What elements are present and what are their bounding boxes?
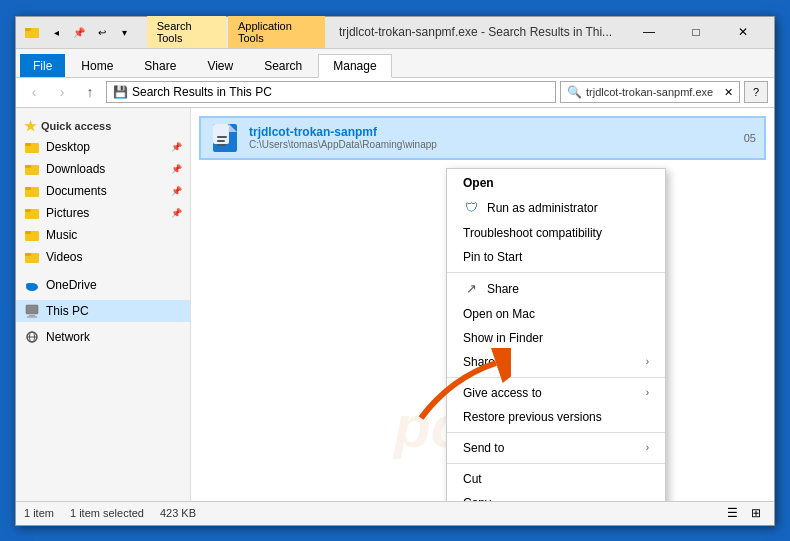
ctx-pin-to-start[interactable]: Pin to Start bbox=[447, 245, 665, 269]
ctx-give-access-arrow: › bbox=[646, 387, 649, 398]
pin-icon-pictures: 📌 bbox=[171, 208, 182, 218]
back-button[interactable]: ‹ bbox=[22, 80, 46, 104]
svg-rect-26 bbox=[217, 140, 225, 142]
status-bar: 1 item 1 item selected 423 KB ☰ ⊞ bbox=[16, 501, 774, 525]
ctx-run-as-admin[interactable]: 🛡 Run as administrator bbox=[447, 195, 665, 221]
tab-file[interactable]: File bbox=[20, 54, 65, 77]
sidebar-item-network[interactable]: Network bbox=[16, 326, 190, 348]
window-controls: — □ ✕ bbox=[626, 17, 766, 47]
svg-rect-13 bbox=[25, 253, 31, 256]
undo-quick-btn[interactable]: ↩ bbox=[91, 21, 112, 43]
details-view-button[interactable]: ☰ bbox=[722, 504, 742, 522]
file-info: trjdlcot-trokan-sanpmf C:\Users\tomas\Ap… bbox=[249, 125, 437, 150]
ctx-send-to-arrow: › bbox=[646, 442, 649, 453]
file-item[interactable]: trjdlcot-trokan-sanpmf C:\Users\tomas\Ap… bbox=[199, 116, 766, 160]
ctx-share-label: Share bbox=[487, 282, 519, 296]
forward-button[interactable]: › bbox=[50, 80, 74, 104]
ctx-restore-versions[interactable]: Restore previous versions bbox=[447, 405, 665, 429]
minimize-button[interactable]: — bbox=[626, 17, 672, 47]
help-button[interactable]: ? bbox=[744, 81, 768, 103]
file-date: 05 bbox=[744, 132, 756, 144]
pictures-folder-icon bbox=[24, 205, 40, 221]
app-tools-ribbon-tab[interactable]: Application Tools bbox=[228, 16, 325, 48]
ctx-show-in-finder[interactable]: Show in Finder bbox=[447, 326, 665, 350]
pin-quick-btn[interactable]: 📌 bbox=[69, 21, 90, 43]
close-button[interactable]: ✕ bbox=[720, 17, 766, 47]
svg-rect-11 bbox=[25, 231, 31, 234]
sidebar: ★ Quick access Desktop 📌 Downloads 📌 Doc… bbox=[16, 108, 191, 501]
onedrive-label: OneDrive bbox=[46, 278, 97, 292]
tab-home[interactable]: Home bbox=[66, 54, 128, 77]
sidebar-item-downloads[interactable]: Downloads 📌 bbox=[16, 158, 190, 180]
ctx-cut[interactable]: Cut bbox=[447, 467, 665, 491]
desktop-label: Desktop bbox=[46, 140, 90, 154]
ctx-divider-3 bbox=[447, 432, 665, 433]
title-bar: ◂ 📌 ↩ ▾ Search Tools Application Tools t… bbox=[16, 17, 774, 49]
network-icon bbox=[24, 329, 40, 345]
search-icon: 🔍 bbox=[567, 85, 582, 99]
clear-search-button[interactable]: ✕ bbox=[724, 86, 733, 99]
search-box[interactable]: 🔍 trjdlcot-trokan-sanpmf.exe ✕ bbox=[560, 81, 740, 103]
onedrive-icon bbox=[24, 277, 40, 293]
ctx-share-on-label: Share on bbox=[463, 355, 512, 369]
svg-point-15 bbox=[26, 283, 32, 287]
tab-manage[interactable]: Manage bbox=[318, 54, 391, 78]
folder-icon bbox=[24, 24, 40, 40]
shield-icon: 🛡 bbox=[463, 200, 479, 216]
dropdown-quick-btn[interactable]: ▾ bbox=[114, 21, 135, 43]
ctx-send-to-label: Send to bbox=[463, 441, 504, 455]
ctx-open-on-mac[interactable]: Open on Mac bbox=[447, 302, 665, 326]
sidebar-item-desktop[interactable]: Desktop 📌 bbox=[16, 136, 190, 158]
ctx-share[interactable]: ↗ Share bbox=[447, 276, 665, 302]
ctx-open[interactable]: Open bbox=[447, 171, 665, 195]
downloads-folder-icon bbox=[24, 161, 40, 177]
sidebar-item-documents[interactable]: Documents 📌 bbox=[16, 180, 190, 202]
ctx-copy[interactable]: Copy bbox=[447, 491, 665, 501]
quick-access-section[interactable]: ★ Quick access bbox=[16, 112, 190, 136]
sidebar-item-thispc[interactable]: This PC bbox=[16, 300, 190, 322]
ribbon: File Home Share View Search Manage bbox=[16, 49, 774, 78]
search-value: trjdlcot-trokan-sanpmf.exe bbox=[586, 86, 713, 98]
pin-icon-documents: 📌 bbox=[171, 186, 182, 196]
ctx-send-to[interactable]: Send to › bbox=[447, 436, 665, 460]
svg-rect-18 bbox=[27, 316, 37, 317]
pictures-label: Pictures bbox=[46, 206, 89, 220]
ctx-open-label: Open bbox=[463, 176, 494, 190]
ctx-give-access[interactable]: Give access to › bbox=[447, 381, 665, 405]
pin-icon-downloads: 📌 bbox=[171, 164, 182, 174]
ctx-run-as-admin-label: Run as administrator bbox=[487, 201, 598, 215]
tab-view[interactable]: View bbox=[192, 54, 248, 77]
downloads-label: Downloads bbox=[46, 162, 105, 176]
ctx-pin-to-start-label: Pin to Start bbox=[463, 250, 522, 264]
ctx-divider-2 bbox=[447, 377, 665, 378]
ctx-troubleshoot[interactable]: Troubleshoot compatibility bbox=[447, 221, 665, 245]
back-quick-btn[interactable]: ◂ bbox=[46, 21, 67, 43]
svg-rect-17 bbox=[29, 315, 35, 317]
sidebar-item-onedrive[interactable]: OneDrive bbox=[16, 274, 190, 296]
sidebar-item-pictures[interactable]: Pictures 📌 bbox=[16, 202, 190, 224]
ctx-restore-versions-label: Restore previous versions bbox=[463, 410, 602, 424]
tab-search[interactable]: Search bbox=[249, 54, 317, 77]
large-icons-view-button[interactable]: ⊞ bbox=[746, 504, 766, 522]
maximize-button[interactable]: □ bbox=[673, 17, 719, 47]
ctx-open-on-mac-label: Open on Mac bbox=[463, 307, 535, 321]
title-bar-left: ◂ 📌 ↩ ▾ Search Tools Application Tools bbox=[24, 16, 325, 48]
address-path[interactable]: 💾 Search Results in This PC bbox=[106, 81, 556, 103]
sidebar-item-videos[interactable]: Videos bbox=[16, 246, 190, 268]
status-size: 423 KB bbox=[160, 507, 196, 519]
documents-label: Documents bbox=[46, 184, 107, 198]
svg-rect-7 bbox=[25, 187, 31, 190]
tab-share[interactable]: Share bbox=[129, 54, 191, 77]
search-tools-ribbon-tab[interactable]: Search Tools bbox=[147, 16, 226, 48]
window-title: trjdlcot-trokan-sanpmf.exe - Search Resu… bbox=[325, 25, 626, 39]
star-icon: ★ bbox=[24, 118, 37, 134]
exe-file-icon bbox=[209, 122, 241, 154]
videos-folder-icon bbox=[24, 249, 40, 265]
context-menu: Open 🛡 Run as administrator Troubleshoot… bbox=[446, 168, 666, 501]
ctx-share-on[interactable]: Share on › bbox=[447, 350, 665, 374]
address-path-text: Search Results in This PC bbox=[132, 85, 272, 99]
sidebar-item-music[interactable]: Music bbox=[16, 224, 190, 246]
thispc-icon bbox=[24, 303, 40, 319]
desktop-folder-icon bbox=[24, 139, 40, 155]
up-button[interactable]: ↑ bbox=[78, 80, 102, 104]
